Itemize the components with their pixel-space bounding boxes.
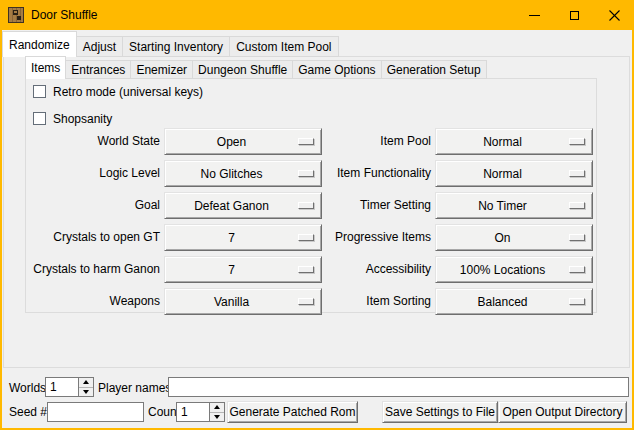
spin-up-button[interactable] — [79, 378, 93, 388]
goal-label: Goal — [30, 192, 160, 219]
button-label: Save Settings to File — [385, 405, 495, 419]
tab-adjust[interactable]: Adjust — [76, 36, 123, 57]
crystals-harm-ganon-dropdown[interactable]: 7 — [164, 256, 322, 283]
crystals-harm-ganon-label: Crystals to harm Ganon — [30, 256, 160, 283]
tab-label: Entrances — [71, 63, 125, 77]
spin-down-button[interactable] — [210, 413, 224, 422]
item-pool-label: Item Pool — [301, 128, 431, 155]
dropdown-value: No Glitches — [165, 167, 298, 181]
worlds-value: 1 — [50, 378, 57, 396]
worlds-label: Worlds — [9, 378, 46, 398]
retro-mode-checkbox[interactable] — [33, 85, 46, 98]
item-pool-dropdown[interactable]: Normal — [435, 128, 593, 155]
timer-setting-dropdown[interactable]: No Timer — [435, 192, 593, 219]
dropdown-value: Normal — [436, 135, 569, 149]
world-state-dropdown[interactable]: Open — [164, 128, 322, 155]
logic-level-label: Logic Level — [30, 160, 160, 187]
tab-label: Items — [31, 61, 60, 75]
dropdown-value: Vanilla — [165, 295, 298, 309]
player-names-label: Player names — [98, 378, 171, 398]
shopsanity-label: Shopsanity — [53, 112, 112, 126]
window-title: Door Shuffle — [31, 0, 98, 30]
tab-label: Adjust — [83, 40, 116, 54]
tab-entrances[interactable]: Entrances — [65, 60, 131, 79]
dropdown-indicator-icon — [569, 266, 585, 273]
world-state-label: World State — [30, 128, 160, 155]
close-button[interactable] — [594, 0, 634, 30]
dropdown-value: On — [436, 231, 569, 245]
client-area: Randomize Adjust Starting Inventory Cust… — [2, 30, 632, 428]
tab-generation-setup[interactable]: Generation Setup — [381, 60, 487, 79]
dropdown-indicator-icon — [569, 138, 585, 145]
count-spinbox[interactable]: 1 — [176, 402, 225, 422]
dropdown-indicator-icon — [569, 234, 585, 241]
player-names-input[interactable] — [168, 377, 629, 397]
crystals-open-gt-label: Crystals to open GT — [30, 224, 160, 251]
tab-dungeon-shuffle[interactable]: Dungeon Shuffle — [192, 60, 293, 79]
dropdown-indicator-icon — [569, 170, 585, 177]
maximize-button[interactable] — [554, 0, 594, 30]
door-icon — [8, 7, 24, 23]
close-icon — [609, 10, 620, 21]
tab-enemizer[interactable]: Enemizer — [130, 60, 193, 79]
title-bar: Door Shuffle — [0, 0, 634, 30]
spin-up-button[interactable] — [210, 403, 224, 413]
item-functionality-label: Item Functionality — [301, 160, 431, 187]
progressive-items-dropdown[interactable]: On — [435, 224, 593, 251]
dropdown-value: Defeat Ganon — [165, 199, 298, 213]
caption-buttons — [514, 0, 634, 30]
tab-label: Custom Item Pool — [236, 40, 331, 54]
arrow-up-icon — [214, 405, 220, 409]
tab-items[interactable]: Items — [25, 56, 66, 79]
progressive-items-label: Progressive Items — [301, 224, 431, 251]
dropdown-value: No Timer — [436, 199, 569, 213]
dropdown-value: 7 — [165, 263, 298, 277]
accessibility-dropdown[interactable]: 100% Locations — [435, 256, 593, 283]
worlds-spinbox[interactable]: 1 — [45, 377, 94, 397]
minimize-icon — [529, 15, 540, 16]
count-value: 1 — [181, 403, 188, 421]
dropdown-value: 7 — [165, 231, 298, 245]
randomize-sub-tab-bar: Items Entrances Enemizer Dungeon Shuffle… — [25, 57, 487, 79]
tab-label: Enemizer — [136, 63, 187, 77]
tab-starting-inventory[interactable]: Starting Inventory — [122, 36, 230, 57]
arrow-up-icon — [83, 380, 89, 384]
timer-setting-label: Timer Setting — [301, 192, 431, 219]
shopsanity-checkbox-row[interactable]: Shopsanity — [33, 111, 112, 126]
tab-label: Dungeon Shuffle — [198, 63, 287, 77]
weapons-dropdown[interactable]: Vanilla — [164, 288, 322, 315]
logic-level-dropdown[interactable]: No Glitches — [164, 160, 322, 187]
tab-game-options[interactable]: Game Options — [292, 60, 381, 79]
seed-label: Seed # — [9, 402, 47, 423]
tab-randomize[interactable]: Randomize — [2, 31, 77, 57]
minimize-button[interactable] — [514, 0, 554, 30]
crystals-open-gt-dropdown[interactable]: 7 — [164, 224, 322, 251]
generate-patched-rom-button[interactable]: Generate Patched Rom — [227, 401, 358, 423]
tab-label: Generation Setup — [387, 63, 481, 77]
arrow-down-icon — [83, 390, 89, 394]
weapons-label: Weapons — [30, 288, 160, 315]
spin-down-button[interactable] — [79, 388, 93, 397]
dropdown-value: 100% Locations — [436, 263, 569, 277]
shopsanity-checkbox[interactable] — [33, 112, 46, 125]
retro-mode-checkbox-row[interactable]: Retro mode (universal keys) — [33, 84, 203, 99]
tab-label: Game Options — [298, 63, 375, 77]
save-settings-button[interactable]: Save Settings to File — [382, 401, 498, 423]
item-functionality-dropdown[interactable]: Normal — [435, 160, 593, 187]
tab-label: Randomize — [9, 38, 70, 52]
dropdown-value: Balanced — [436, 295, 569, 309]
tab-custom-item-pool[interactable]: Custom Item Pool — [229, 36, 338, 57]
goal-dropdown[interactable]: Defeat Ganon — [164, 192, 322, 219]
dropdown-value: Normal — [436, 167, 569, 181]
button-label: Open Output Directory — [502, 405, 622, 419]
tab-label: Starting Inventory — [129, 40, 223, 54]
seed-input[interactable] — [47, 402, 144, 422]
item-sorting-dropdown[interactable]: Balanced — [435, 288, 593, 315]
dropdown-value: Open — [165, 135, 298, 149]
dropdown-indicator-icon — [569, 298, 585, 305]
spinner-buttons — [209, 403, 224, 421]
accessibility-label: Accessibility — [301, 256, 431, 283]
retro-mode-label: Retro mode (universal keys) — [53, 85, 203, 99]
arrow-down-icon — [214, 415, 220, 419]
open-output-directory-button[interactable]: Open Output Directory — [498, 401, 627, 423]
